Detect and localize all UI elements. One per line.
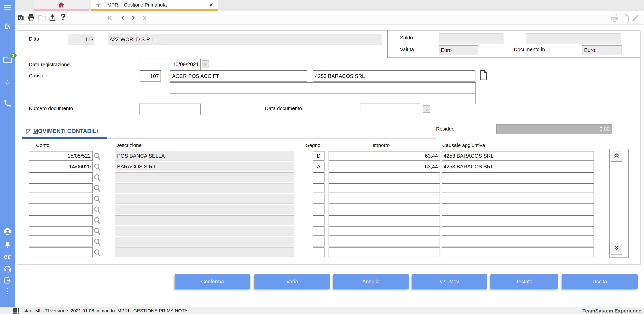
tasks-folder-icon[interactable]: 1 — [0, 55, 15, 64]
conto-input[interactable] — [29, 237, 93, 247]
calendar-icon[interactable]: 3 — [423, 105, 430, 113]
uscita-button[interactable]: Uscita — [562, 274, 638, 289]
conto-input[interactable] — [29, 226, 93, 236]
first-record-icon[interactable] — [106, 14, 115, 23]
export-upload-icon[interactable] — [48, 13, 57, 22]
vis-mov-button[interactable]: vis. Mov — [412, 274, 487, 289]
search-icon[interactable] — [93, 183, 103, 193]
saldo-value-2-field[interactable] — [526, 33, 621, 44]
search-icon[interactable] — [93, 172, 103, 182]
causale-code-field[interactable] — [140, 70, 161, 82]
conto-input[interactable] — [29, 162, 93, 171]
last-record-icon[interactable] — [141, 14, 150, 23]
search-icon[interactable] — [93, 162, 103, 171]
causale-aggiuntiva-input[interactable] — [442, 215, 594, 225]
conferma-button[interactable]: Conferma — [174, 274, 250, 289]
varia-button[interactable]: Varia — [254, 274, 330, 289]
segno-input[interactable] — [313, 162, 324, 171]
saldo-value-1-field[interactable] — [439, 33, 504, 44]
annulla-button[interactable]: Annulla — [333, 274, 409, 289]
conto-input[interactable] — [29, 172, 93, 182]
search-icon[interactable] — [93, 194, 103, 204]
conto-input[interactable] — [29, 183, 93, 193]
causale-aggiuntiva-input[interactable] — [442, 205, 594, 214]
search-icon[interactable] — [93, 248, 103, 257]
search-icon[interactable] — [93, 226, 103, 236]
pdf-export-icon[interactable]: PDF — [610, 13, 619, 22]
causale-aggiuntiva-input[interactable] — [442, 248, 594, 257]
calendar-icon[interactable]: 3 — [202, 60, 209, 68]
segno-input[interactable] — [313, 183, 324, 193]
logout-icon[interactable] — [0, 277, 15, 285]
conto-input[interactable] — [29, 194, 93, 204]
movimenti-checkbox[interactable]: ✓ — [26, 129, 31, 134]
user-profile-icon[interactable] — [0, 227, 15, 237]
importo-input[interactable] — [328, 172, 440, 182]
causale-aggiuntiva-input[interactable] — [442, 194, 594, 204]
search-icon[interactable] — [93, 237, 103, 247]
importo-input[interactable] — [328, 162, 440, 171]
segno-input[interactable] — [313, 205, 324, 214]
more-options-icon[interactable]: ⋮ — [0, 287, 15, 295]
favorite-star-icon[interactable]: ☆ — [95, 2, 100, 8]
tab-home[interactable] — [34, 0, 89, 11]
importo-input[interactable] — [328, 248, 440, 257]
causale-aggiuntiva-input[interactable] — [442, 183, 594, 193]
causale-aggiuntiva-input[interactable] — [442, 237, 594, 247]
data-registrazione-field[interactable] — [140, 59, 201, 70]
testata-button[interactable]: Testata — [490, 274, 558, 289]
documento-in-field[interactable] — [582, 45, 622, 55]
causale-extra-1-field[interactable] — [170, 82, 476, 93]
valuta-field[interactable] — [439, 45, 478, 55]
ditta-code-field[interactable] — [68, 34, 95, 45]
tab-active[interactable]: ☆ MPRI - Gestione Primanota ✕ — [90, 0, 218, 11]
numero-documento-field[interactable] — [139, 104, 201, 115]
causale-aggiuntiva-field[interactable] — [313, 70, 476, 82]
phone-icon[interactable] — [0, 99, 15, 108]
segno-input[interactable] — [313, 215, 324, 225]
importo-input[interactable] — [328, 194, 440, 204]
segno-input[interactable] — [313, 226, 324, 236]
screenshot-camera-icon[interactable] — [16, 13, 25, 22]
note-document-icon[interactable] — [480, 70, 488, 81]
importo-input[interactable] — [328, 226, 440, 236]
edit-pencil-icon[interactable] — [631, 13, 640, 22]
search-icon[interactable] — [93, 215, 103, 225]
causale-aggiuntiva-input[interactable] — [442, 151, 594, 161]
conto-input[interactable] — [29, 205, 93, 214]
search-icon[interactable] — [93, 205, 103, 214]
print-icon[interactable] — [27, 13, 36, 22]
open-folder-icon[interactable] — [38, 13, 46, 22]
segno-input[interactable] — [313, 237, 324, 247]
favorites-star-icon[interactable]: ☆ — [0, 78, 15, 87]
scroll-up-icon[interactable] — [611, 150, 622, 161]
hamburger-menu-icon[interactable] — [0, 4, 15, 12]
notifications-bell-icon[interactable] — [0, 241, 15, 249]
importo-input[interactable] — [328, 237, 440, 247]
conto-input[interactable] — [29, 151, 93, 161]
importo-input[interactable] — [328, 215, 440, 225]
movimenti-section-label[interactable]: MOVIMENTI CONTABILI — [33, 128, 98, 134]
causale-aggiuntiva-input[interactable] — [442, 226, 594, 236]
previous-record-icon[interactable] — [119, 14, 128, 23]
support-headset-icon[interactable] — [0, 264, 15, 274]
importo-input[interactable] — [328, 205, 440, 214]
scroll-down-icon[interactable] — [611, 243, 622, 254]
causale-descrizione-field[interactable] — [170, 70, 308, 82]
data-documento-field[interactable] — [360, 104, 420, 115]
causale-extra-2-field[interactable] — [170, 93, 476, 104]
segno-input[interactable] — [313, 248, 324, 257]
importo-input[interactable] — [328, 183, 440, 193]
conto-input[interactable] — [29, 248, 93, 257]
help-icon[interactable]: ? — [60, 12, 69, 21]
ditta-name-field[interactable] — [108, 34, 382, 45]
causale-aggiuntiva-input[interactable] — [442, 172, 594, 182]
segno-input[interactable] — [313, 172, 324, 182]
search-icon[interactable] — [93, 151, 103, 161]
causale-aggiuntiva-input[interactable] — [442, 162, 594, 171]
new-document-icon[interactable] — [622, 13, 630, 22]
importo-input[interactable] — [328, 151, 440, 161]
ec-logo-icon[interactable]: ec — [0, 251, 15, 261]
segno-input[interactable] — [313, 151, 324, 161]
segno-input[interactable] — [313, 194, 324, 204]
